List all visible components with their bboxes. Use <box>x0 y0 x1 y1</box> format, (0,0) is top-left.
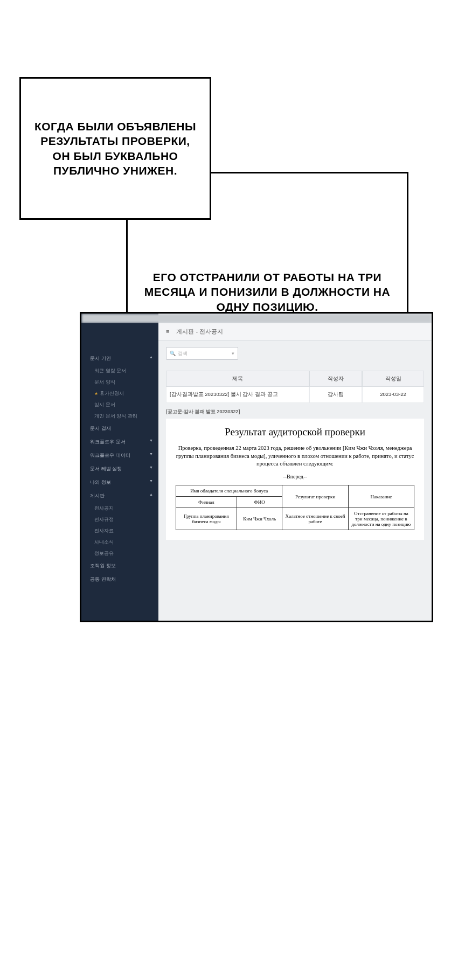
sidebar-item-board[interactable]: 게시판 <box>81 489 158 503</box>
audit-th-punishment: Наказание <box>348 485 414 508</box>
caption-text-2: ЕГО ОТСТРАНИЛИ ОТ РАБОТЫ НА ТРИ МЕСЯЦА И… <box>138 270 396 314</box>
sidebar-item-doclevel[interactable]: 문서 레벨 설정 <box>81 462 158 476</box>
audit-table: Имя обладателя специального бонуса Резул… <box>176 485 414 530</box>
sidebar-item-workflow[interactable]: 워크플로우 문서 <box>81 435 158 449</box>
sidebar-subitem-share[interactable]: 정보공유 <box>81 548 158 559</box>
breadcrumb-text: 게시판 - 전사공지 <box>176 328 223 335</box>
doc-body: Проверка, проведенная 22 марта 2023 года… <box>176 444 414 468</box>
doc-title: Результат аудиторской проверки <box>176 426 414 438</box>
sidebar-item-contacts[interactable]: 공통 연락처 <box>81 573 158 586</box>
screenshot-panel: 문서 기안 최근 열람 문서 문서 양식 ★휴가신청서 임시 문서 개인 문서 … <box>80 312 433 622</box>
doc-forward: --Вперед-- <box>176 474 414 479</box>
caption-text-1b: КОГДА БЫЛИ ОБЪЯВЛЕНЫ РЕЗУЛЬТАТЫ ПРОВЕРКИ… <box>32 119 199 178</box>
star-icon: ★ <box>94 391 98 396</box>
audit-punishment: Отстранение от работы на три месяца, пон… <box>348 508 414 530</box>
post-title: [감사결과발표 20230322] 불시 감사 결과 공고 <box>166 387 309 403</box>
doc-panel: Результат аудиторской проверки Проверка,… <box>166 419 424 540</box>
main-area: ≡ 게시판 - 전사공지 🔍 검색 ▾ 제목 작성자 작성일 [감사결과발표 2… <box>158 323 432 621</box>
th-date: 작성일 <box>362 371 424 387</box>
audit-branch: Группа планирования бизнеса моды <box>176 508 237 530</box>
audit-th-branch: Филиал <box>176 497 237 508</box>
post-table-header: 제목 작성자 작성일 <box>166 371 424 387</box>
menu-icon[interactable]: ≡ <box>166 328 169 335</box>
sidebar-subitem-rules[interactable]: 전사규정 <box>81 514 158 525</box>
app-window: 문서 기안 최근 열람 문서 문서 양식 ★휴가신청서 임시 문서 개인 문서 … <box>81 314 432 621</box>
sidebar-subitem-temp[interactable]: 임시 문서 <box>81 399 158 411</box>
sidebar-item-orginfo[interactable]: 조직원 정보 <box>81 559 158 573</box>
audit-th-result: Результат проверки <box>282 485 348 508</box>
search-placeholder: 검색 <box>178 350 188 357</box>
chevron-down-icon: ▾ <box>232 351 234 356</box>
sidebar-subitem-news[interactable]: 사내소식 <box>81 537 158 548</box>
sidebar-item-approval[interactable]: 문서 결재 <box>81 422 158 435</box>
audit-th-name: ФИО <box>237 497 282 508</box>
post-author: 감사팀 <box>309 387 362 403</box>
sidebar-subitem-personal[interactable]: 개인 문서 양식 관리 <box>81 411 158 422</box>
sidebar-subitem-materials[interactable]: 전사자료 <box>81 525 158 537</box>
sidebar-subitem-vacation[interactable]: ★휴가신청서 <box>81 388 158 399</box>
sidebar-item-workflow-data[interactable]: 워크플로우 데이터 <box>81 449 158 462</box>
breadcrumb: ≡ 게시판 - 전사공지 <box>158 323 432 340</box>
sidebar-item-myinfo[interactable]: 나의 정보 <box>81 476 158 489</box>
audit-result: Халатное отношение к своей работе <box>282 508 348 530</box>
post-row[interactable]: [감사결과발표 20230322] 불시 감사 결과 공고 감사팀 2023-0… <box>166 387 424 403</box>
search-icon: 🔍 <box>170 351 176 356</box>
audit-th-bonus: Имя обладателя специального бонуса <box>176 485 282 497</box>
caption-box-1-overlay: КОГДА БЫЛИ ОБЪЯВЛЕНЫ РЕЗУЛЬТАТЫ ПРОВЕРКИ… <box>19 77 211 220</box>
sidebar-item-docs[interactable]: 문서 기안 <box>81 352 158 365</box>
sidebar-subitem-notice[interactable]: 전사공지 <box>81 503 158 514</box>
search-input[interactable]: 🔍 검색 ▾ <box>166 347 238 360</box>
th-author: 작성자 <box>309 371 362 387</box>
sidebar-subitem-forms[interactable]: 문서 양식 <box>81 377 158 388</box>
audit-row: Группа планирования бизнеса моды Ким Чжи… <box>176 508 414 530</box>
post-date: 2023-03-22 <box>362 387 424 403</box>
app-topbar <box>81 314 432 323</box>
sidebar-subitem-recent[interactable]: 최근 열람 문서 <box>81 365 158 377</box>
doc-label: [공고문-감사 결과 발표 20230322] <box>166 408 424 415</box>
audit-name: Ким Чжи Чхоль <box>237 508 282 530</box>
th-title: 제목 <box>166 371 309 387</box>
sidebar: 문서 기안 최근 열람 문서 문서 양식 ★휴가신청서 임시 문서 개인 문서 … <box>81 323 158 621</box>
